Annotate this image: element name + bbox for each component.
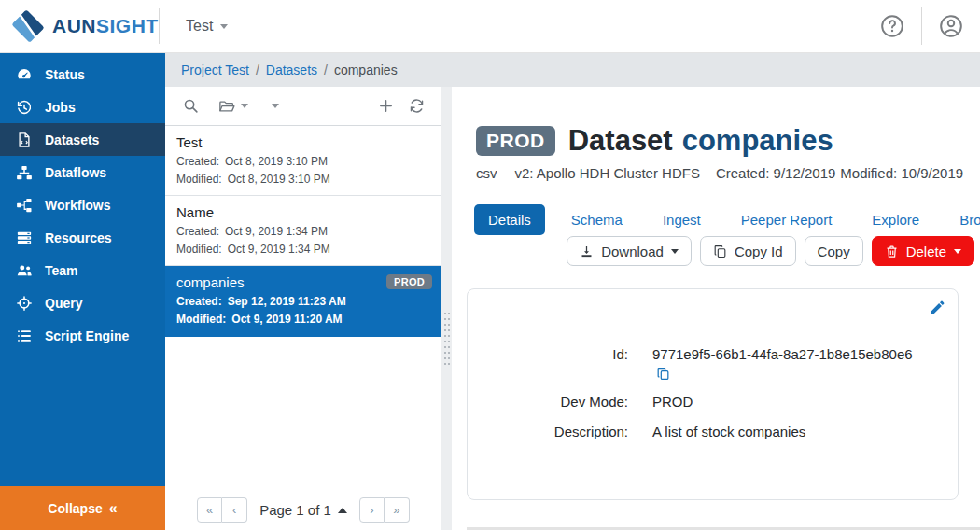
dataset-item-meta: Created:Oct 9, 2019 1:34 PM Modified:Oct… xyxy=(176,223,430,258)
sidebar-item-label: Team xyxy=(45,263,78,278)
panel-resizer[interactable] xyxy=(441,87,452,530)
sidebar-item-status[interactable]: Status xyxy=(0,58,165,91)
sidebar-item-label: Query xyxy=(45,296,82,311)
dataset-item-meta: Created:Sep 12, 2019 11:23 AM Modified:O… xyxy=(176,293,430,328)
dataset-list-item-selected[interactable]: PROD companies Created:Sep 12, 2019 11:2… xyxy=(165,266,441,336)
aunsight-logo[interactable]: AUNSIGHT xyxy=(0,7,159,45)
first-page-button[interactable]: « xyxy=(197,497,222,523)
sidebar-item-label: Workflows xyxy=(45,198,111,213)
download-button-label: Download xyxy=(601,244,664,259)
tab-browse[interactable]: Browse xyxy=(945,204,980,235)
action-buttons: Download Copy Id Copy Delete xyxy=(452,236,980,266)
dataset-item-name: Test xyxy=(176,134,430,150)
resizer-grip-icon xyxy=(443,311,450,365)
dataset-title-prefix: Dataset xyxy=(568,124,673,158)
context-selector[interactable]: Test xyxy=(186,18,228,35)
sort-dropdown[interactable] xyxy=(267,104,279,108)
user-icon xyxy=(939,14,963,38)
sidebar-item-query[interactable]: Query xyxy=(0,286,165,319)
delete-button[interactable]: Delete xyxy=(872,236,974,266)
dataset-version: v2: Apollo HDH Cluster HDFS xyxy=(515,165,700,181)
copy-button-label: Copy xyxy=(818,244,850,259)
sidebar-item-label: Dataflows xyxy=(45,165,106,180)
header-divider-2 xyxy=(921,7,922,45)
detail-row-id: Id: 9771e9f5-66b1-44fa-8a27-1b8e15eb80e6 xyxy=(468,345,958,364)
description-label: Description: xyxy=(468,423,628,441)
delete-button-label: Delete xyxy=(906,244,946,259)
refresh-icon xyxy=(409,98,425,114)
dataset-list-item[interactable]: Name Created:Oct 9, 2019 1:34 PM Modifie… xyxy=(165,196,441,266)
aunsight-logo-text: AUNSIGHT xyxy=(52,15,159,37)
sidebar-item-resources[interactable]: Resources xyxy=(0,221,165,254)
page-indicator-label: Page 1 of 1 xyxy=(259,502,331,518)
download-button[interactable]: Download xyxy=(567,236,692,266)
tab-peeper-report[interactable]: Peeper Report xyxy=(727,204,847,235)
sidebar-item-datasets[interactable]: Datasets xyxy=(0,123,165,156)
sitemap-icon xyxy=(16,164,33,181)
dataset-item-meta: Created:Oct 8, 2019 3:10 PM Modified:Oct… xyxy=(176,153,430,188)
users-icon xyxy=(16,262,33,279)
tab-ingest[interactable]: Ingest xyxy=(649,204,715,235)
server-icon xyxy=(16,230,33,246)
user-menu-button[interactable] xyxy=(935,10,967,42)
chevron-down-icon xyxy=(241,104,248,108)
collapse-label: Collapse xyxy=(48,501,102,516)
prod-badge: PROD xyxy=(386,274,432,289)
dataset-file-icon xyxy=(16,132,33,148)
breadcrumb-datasets-link[interactable]: Datasets xyxy=(266,63,317,77)
breadcrumb-separator: / xyxy=(256,63,259,77)
copy-id-button[interactable]: Copy Id xyxy=(700,236,796,266)
edit-pencil-icon xyxy=(929,300,945,316)
search-button[interactable] xyxy=(183,98,199,114)
sidebar-item-dataflows[interactable]: Dataflows xyxy=(0,156,165,188)
tab-explore[interactable]: Explore xyxy=(858,204,933,235)
tab-schema[interactable]: Schema xyxy=(557,204,637,235)
copy-icon xyxy=(713,244,727,258)
crosshair-icon xyxy=(16,295,33,312)
header-divider xyxy=(159,8,160,44)
copy-id-inline-button[interactable] xyxy=(656,367,671,382)
help-button[interactable] xyxy=(876,10,908,42)
copy-id-button-label: Copy Id xyxy=(735,244,783,259)
dataset-list-item[interactable]: Test Created:Oct 8, 2019 3:10 PM Modifie… xyxy=(165,126,441,196)
context-selector-label: Test xyxy=(186,18,213,35)
edit-button[interactable] xyxy=(929,300,945,320)
page-indicator[interactable]: Page 1 of 1 xyxy=(259,502,347,518)
sidebar-item-label: Script Engine xyxy=(45,328,129,343)
dataset-format: csv xyxy=(476,165,497,181)
history-icon xyxy=(16,99,33,116)
collapse-sidebar-button[interactable]: Collapse « xyxy=(0,486,165,530)
chevron-down-icon xyxy=(272,104,279,108)
sidebar-item-workflows[interactable]: Workflows xyxy=(0,188,165,221)
id-value: 9771e9f5-66b1-44fa-8a27-1b8e15eb80e6 xyxy=(652,345,913,364)
dataset-title-name: companies xyxy=(682,124,833,158)
id-label: Id: xyxy=(468,345,628,364)
refresh-button[interactable] xyxy=(409,98,425,114)
dataset-header: PROD Dataset companies csv v2: Apollo HD… xyxy=(476,124,980,181)
dataset-list-panel: Test Created:Oct 8, 2019 3:10 PM Modifie… xyxy=(165,87,441,530)
last-page-button[interactable]: » xyxy=(385,497,410,523)
top-header: AUNSIGHT Test xyxy=(0,0,980,53)
sidebar-item-jobs[interactable]: Jobs xyxy=(0,91,165,123)
double-chevron-left-icon: « xyxy=(109,500,118,517)
sidebar-item-script-engine[interactable]: Script Engine xyxy=(0,319,165,352)
app-root: AUNSIGHT Test xyxy=(0,0,980,530)
dataset-modified: Modified: 10/9/2019 xyxy=(840,165,963,181)
prev-page-button[interactable]: ‹ xyxy=(222,497,247,523)
folder-filter-dropdown[interactable] xyxy=(217,98,248,115)
copy-button[interactable]: Copy xyxy=(805,236,863,266)
workflow-icon xyxy=(16,197,33,214)
dev-mode-value: PROD xyxy=(652,393,693,411)
next-page-button[interactable]: › xyxy=(359,497,385,523)
tab-details[interactable]: Details xyxy=(474,204,545,235)
caret-up-icon xyxy=(338,508,347,513)
detail-row-description: Description: A list of stock companies xyxy=(468,423,958,441)
description-value: A list of stock companies xyxy=(652,423,805,441)
pagination: « ‹ Page 1 of 1 › » xyxy=(165,497,441,523)
sidebar-item-team[interactable]: Team xyxy=(0,254,165,286)
tabs: Details Schema Ingest Peeper Report Expl… xyxy=(474,204,980,235)
add-dataset-button[interactable] xyxy=(378,98,394,114)
caret-down-icon xyxy=(671,249,679,254)
breadcrumb-project-link[interactable]: Project Test xyxy=(181,63,249,77)
gauge-icon xyxy=(16,66,33,83)
